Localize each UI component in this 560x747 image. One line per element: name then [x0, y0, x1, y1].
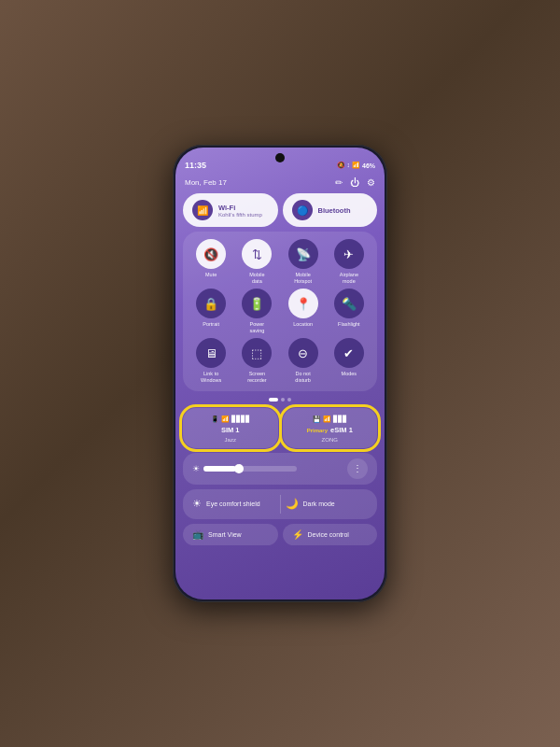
airplane-icon: ✈	[334, 239, 364, 269]
power-saving-icon: 🔋	[242, 289, 272, 318]
dot-2	[281, 398, 285, 402]
tile-flashlight[interactable]: 🔦 Flashlight	[329, 289, 370, 333]
quick-tiles-section: 🔇 Mute ⇅ Mobiledata 📡 MobileHotspot ✈ Ai…	[183, 232, 377, 391]
tile-power-saving[interactable]: 🔋 Powersaving	[236, 289, 277, 333]
device-control-icon: ⚡	[292, 529, 303, 540]
flashlight-icon: 🔦	[334, 289, 364, 318]
bluetooth-text: Bluetooth	[318, 206, 351, 215]
date-display: Mon, Feb 17	[185, 178, 227, 187]
dot-3	[287, 398, 291, 402]
eye-comfort-label: Eye comfort shield	[206, 500, 260, 507]
header-row: Mon, Feb 17 ✏ ⏻ ⚙	[175, 174, 385, 193]
sim1-signal-icons: 📶	[221, 416, 230, 423]
tile-airplane[interactable]: ✈ Airplanemode	[329, 239, 370, 284]
page-indicators	[183, 396, 377, 403]
hotspot-icon: 📡	[288, 239, 318, 269]
notification-icons: 🔕 ↕ 📶	[337, 162, 360, 169]
phone-device: 11:35 🔕 ↕ 📶 46% Mon, Feb 17 ✏ ⏻ ⚙ 📶 Wi-	[173, 145, 387, 602]
toggle-divider	[280, 495, 281, 514]
settings-icon[interactable]: ⚙	[367, 177, 375, 188]
tile-link-windows[interactable]: 🖥 Link toWindows	[190, 338, 231, 383]
device-control-label: Device control	[308, 531, 349, 538]
comfort-toggles-row: ☀ ⋮	[183, 453, 377, 485]
edit-icon[interactable]: ✏	[335, 177, 343, 188]
wifi-icon: 📶	[192, 200, 213, 220]
tile-portrait[interactable]: 🔒 Portrait	[190, 289, 231, 333]
link-windows-icon: 🖥	[196, 338, 226, 368]
power-icon[interactable]: ⏻	[350, 177, 359, 188]
more-options-button[interactable]: ⋮	[347, 458, 368, 479]
sim1-signal-bars: ▊▊▊▊	[231, 416, 250, 423]
brightness-low-icon: ☀	[192, 464, 200, 473]
header-action-icons[interactable]: ✏ ⏻ ⚙	[335, 177, 375, 188]
tile-do-not-disturb[interactable]: ⊖ Do notdisturb	[283, 338, 324, 383]
wifi-toggle[interactable]: 📶 Wi-Fi Kohli's fifth stump	[183, 193, 278, 227]
tile-location[interactable]: 📍 Location	[283, 289, 324, 333]
clock: 11:35	[185, 161, 206, 170]
sim1-status-icons: 📱 📶 ▊▊▊▊	[211, 416, 250, 423]
sim1-card[interactable]: 📱 📶 ▊▊▊▊ SIM 1 Jazz	[183, 408, 278, 448]
location-icon: 📍	[288, 289, 318, 318]
quick-panel: 📶 Wi-Fi Kohli's fifth stump 🔵 Bluetooth	[175, 193, 385, 599]
status-icons: 🔕 ↕ 📶 46%	[337, 162, 375, 169]
top-toggles: 📶 Wi-Fi Kohli's fifth stump 🔵 Bluetooth	[183, 193, 377, 227]
mobile-data-icon: ⇅	[242, 239, 272, 269]
smart-view-icon: 📺	[192, 529, 203, 540]
sim2-signal-icons: 📶	[323, 416, 331, 423]
quick-tiles-grid: 🔇 Mute ⇅ Mobiledata 📡 MobileHotspot ✈ Ai…	[190, 239, 370, 384]
tile-mobile-data[interactable]: ⇅ Mobiledata	[236, 239, 277, 284]
sim2-name: eSIM 1	[330, 426, 353, 434]
wifi-text: Wi-Fi Kohli's fifth stump	[218, 204, 262, 218]
modes-icon: ✔	[334, 338, 364, 368]
sim2-card[interactable]: 💾 📶 ▊▊▊ Primary eSIM 1 ZONG	[283, 408, 378, 448]
sim2-icon: 💾	[313, 416, 321, 423]
dark-mode-label: Dark mode	[303, 500, 335, 507]
sim1-icon: 📱	[211, 416, 219, 423]
sim1-provider: Jazz	[225, 437, 236, 443]
sim2-status-icons: 💾 📶 ▊▊▊	[313, 416, 347, 423]
tile-hotspot[interactable]: 📡 MobileHotspot	[283, 239, 324, 284]
portrait-icon: 🔒	[196, 289, 226, 318]
sim1-name: SIM 1	[221, 426, 240, 434]
tile-modes[interactable]: ✔ Modes	[329, 338, 370, 383]
tile-mute[interactable]: 🔇 Mute	[190, 239, 231, 284]
bluetooth-icon: 🔵	[292, 200, 313, 220]
smart-device-row: 📺 Smart View ⚡ Device control	[183, 524, 377, 545]
mute-icon: 🔇	[196, 239, 226, 269]
smart-view-label: Smart View	[208, 531, 242, 538]
eye-comfort-toggle[interactable]: ☀ Eye comfort shield	[192, 498, 275, 510]
sim-cards-row: 📱 📶 ▊▊▊▊ SIM 1 Jazz 💾 📶 ▊▊▊ Pr	[183, 408, 377, 448]
brightness-section: ☀	[192, 464, 347, 473]
sim2-primary-badge: Primary	[307, 428, 328, 433]
device-control-button[interactable]: ⚡ Device control	[283, 524, 378, 545]
screen-recorder-icon: ⬚	[242, 338, 272, 368]
sim2-signal-bars: ▊▊▊	[333, 416, 347, 423]
bluetooth-toggle[interactable]: 🔵 Bluetooth	[283, 193, 378, 227]
tile-screen-recorder[interactable]: ⬚ Screenrecorder	[236, 338, 277, 383]
brightness-fill	[203, 466, 236, 472]
smart-view-button[interactable]: 📺 Smart View	[183, 524, 278, 545]
phone-screen: 11:35 🔕 ↕ 📶 46% Mon, Feb 17 ✏ ⏻ ⚙ 📶 Wi-	[175, 148, 385, 599]
eye-comfort-icon: ☀	[192, 498, 202, 510]
display-toggles-row: ☀ Eye comfort shield 🌙 Dark mode	[183, 489, 377, 519]
battery-indicator: 46%	[362, 162, 375, 169]
camera-notch	[275, 153, 285, 162]
dark-mode-toggle[interactable]: 🌙 Dark mode	[286, 498, 369, 510]
dnd-icon: ⊖	[288, 338, 318, 368]
dot-1	[269, 398, 278, 402]
sim2-provider: ZONG	[322, 437, 338, 443]
brightness-slider[interactable]	[203, 466, 297, 472]
brightness-handle	[234, 464, 244, 473]
dark-mode-icon: 🌙	[286, 498, 299, 510]
